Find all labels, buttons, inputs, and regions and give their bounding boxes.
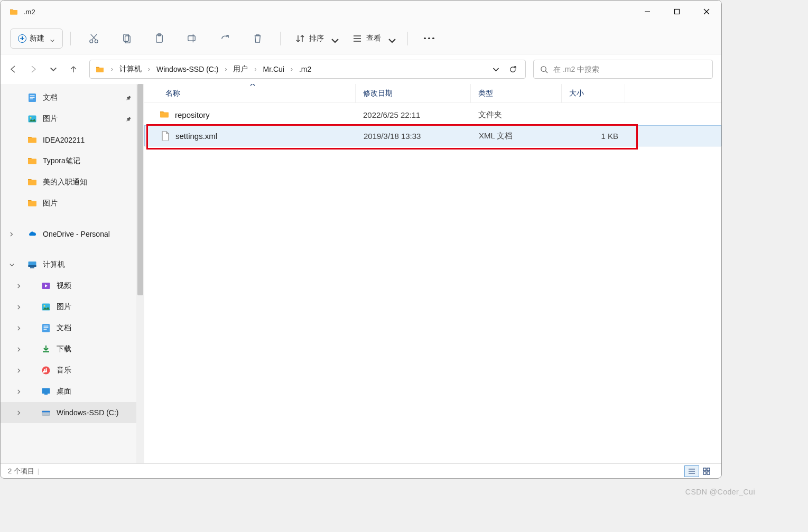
sidebar-item[interactable]: 桌面 <box>1 381 144 402</box>
new-button[interactable]: 新建 <box>10 29 63 49</box>
sidebar-label: 桌面 <box>57 387 71 396</box>
sidebar-item-onedrive[interactable]: OneDrive - Personal <box>1 223 144 245</box>
svg-line-22 <box>91 34 97 40</box>
close-button[interactable] <box>692 1 721 23</box>
sidebar: 文档图片IDEA202211Typora笔记美的入职通知图片 OneDrive … <box>1 84 144 463</box>
file-name: repository <box>175 110 210 119</box>
sidebar-item[interactable]: Windows-SSD (C:) <box>1 402 144 423</box>
minimize-button[interactable] <box>633 1 662 23</box>
nav-buttons <box>9 65 82 73</box>
sidebar-item[interactable]: 图片 <box>1 108 144 129</box>
sidebar-item[interactable]: 音乐 <box>1 360 144 381</box>
sidebar-label: Windows-SSD (C:) <box>57 408 118 417</box>
sort-button[interactable]: 排序 <box>288 29 343 49</box>
pin-icon <box>125 116 132 122</box>
breadcrumb-sep: › <box>146 66 152 73</box>
col-type[interactable]: 类型 <box>471 84 562 102</box>
file-row[interactable]: settings.xml2019/3/18 13:33XML 文档1 KB <box>144 125 721 146</box>
plus-icon <box>18 34 26 43</box>
svg-point-21 <box>95 40 98 43</box>
history-dropdown[interactable] <box>488 66 503 73</box>
col-name[interactable]: 名称 <box>144 84 356 102</box>
breadcrumb[interactable]: .m2 <box>297 65 313 73</box>
expand-icon[interactable] <box>15 388 23 395</box>
watermark: CSDN @Coder_Cui <box>685 488 755 496</box>
expand-icon[interactable] <box>15 346 23 353</box>
sidebar-item[interactable]: 美的入职通知 <box>1 172 144 193</box>
breadcrumb[interactable]: 计算机 <box>117 64 144 74</box>
col-date[interactable]: 修改日期 <box>356 84 471 102</box>
sidebar-item[interactable]: 文档 <box>1 87 144 108</box>
file-row[interactable]: repository2022/6/25 22:11文件夹 <box>144 104 721 125</box>
view-button[interactable]: 查看 <box>345 29 400 49</box>
sidebar-item[interactable]: 图片 <box>1 296 144 318</box>
thumbnails-view-button[interactable] <box>699 465 714 477</box>
sidebar-scrollbar[interactable] <box>136 84 144 463</box>
col-size[interactable]: 大小 <box>562 84 625 102</box>
more-button[interactable] <box>415 38 443 39</box>
sort-asc-icon <box>250 84 255 86</box>
folder-icon <box>27 178 38 186</box>
up-button[interactable] <box>69 65 78 73</box>
maximize-button[interactable] <box>662 1 692 23</box>
refresh-button[interactable] <box>505 66 520 73</box>
expand-icon[interactable] <box>15 303 23 311</box>
sidebar-item-computer[interactable]: 计算机 <box>1 254 144 275</box>
breadcrumb[interactable]: Mr.Cui <box>261 65 286 73</box>
rename-button[interactable] <box>177 29 207 49</box>
breadcrumb[interactable]: 用户 <box>231 64 250 74</box>
chevron-down-icon <box>50 36 55 41</box>
forward-button[interactable] <box>29 65 38 73</box>
sidebar-item[interactable]: Typora笔记 <box>1 151 144 172</box>
svg-rect-17 <box>675 10 680 14</box>
file-size: 1 KB <box>562 132 626 141</box>
sidebar-item[interactable]: 图片 <box>1 193 144 214</box>
sidebar-item[interactable]: 视频 <box>1 275 144 296</box>
sidebar-label: 文档 <box>43 93 58 102</box>
details-view-button[interactable] <box>684 465 699 477</box>
down-icon <box>41 345 51 353</box>
expand-icon[interactable] <box>8 230 15 238</box>
search-input[interactable] <box>553 65 706 73</box>
delete-button[interactable] <box>242 29 273 49</box>
expand-icon[interactable] <box>15 409 23 416</box>
sidebar-label: 图片 <box>43 114 58 124</box>
separator <box>407 32 408 45</box>
breadcrumb-sep: › <box>289 66 295 73</box>
recent-button[interactable] <box>49 65 58 73</box>
file-date: 2022/6/25 22:11 <box>356 110 471 119</box>
view-icon <box>352 34 362 43</box>
paste-button[interactable] <box>144 29 174 49</box>
titlebar: .m2 <box>1 1 721 23</box>
copy-button[interactable] <box>111 29 142 49</box>
address-bar[interactable]: › 计算机 › Windows-SSD (C:) › 用户 › Mr.Cui ›… <box>89 60 526 79</box>
view-label: 查看 <box>366 34 381 43</box>
svg-line-34 <box>545 71 547 73</box>
sidebar-item[interactable]: IDEA202211 <box>1 129 144 151</box>
img-icon <box>27 115 38 123</box>
expand-icon[interactable] <box>15 324 23 332</box>
sort-label: 排序 <box>309 34 324 43</box>
svg-point-20 <box>89 40 92 43</box>
file-type: XML 文档 <box>471 131 562 141</box>
expand-icon[interactable] <box>15 282 23 290</box>
cut-button[interactable] <box>78 29 109 49</box>
breadcrumb-sep: › <box>222 66 229 73</box>
svg-rect-25 <box>125 36 130 43</box>
sidebar-item[interactable]: 下载 <box>1 339 144 360</box>
expand-icon[interactable] <box>15 367 23 374</box>
back-button[interactable] <box>9 65 17 73</box>
share-button[interactable] <box>209 29 240 49</box>
collapse-icon[interactable] <box>8 261 15 268</box>
folder-icon <box>27 199 38 208</box>
sidebar-label: 图片 <box>57 302 71 312</box>
search-box[interactable] <box>533 60 713 79</box>
folder-icon <box>159 109 170 120</box>
file-icon <box>160 130 170 141</box>
sidebar-label: 文档 <box>57 323 71 333</box>
explorer-window: .m2 新建 排序 查看 <box>0 0 722 479</box>
sidebar-item[interactable]: 文档 <box>1 318 144 339</box>
breadcrumb[interactable]: Windows-SSD (C:) <box>154 65 220 73</box>
desk-icon <box>41 387 51 396</box>
status-bar: 2 个项目 | <box>1 463 721 478</box>
